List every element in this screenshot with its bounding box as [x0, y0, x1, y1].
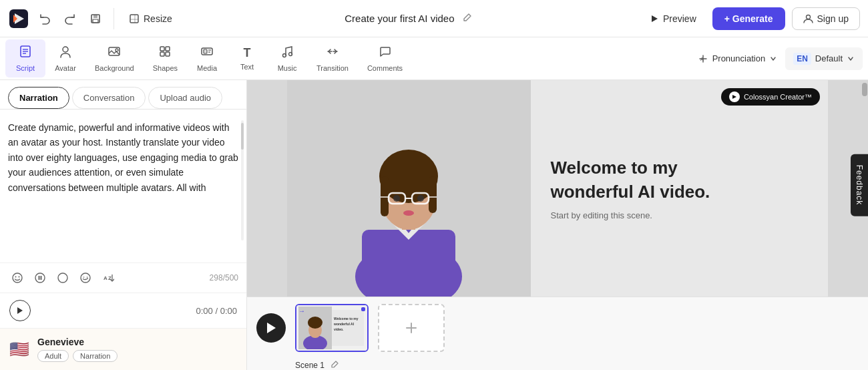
preview-button[interactable]: Preview [640, 8, 706, 29]
toolbar-item-comments[interactable]: Comments [358, 39, 412, 77]
shapes-icon [158, 45, 172, 61]
toolbar-item-shapes[interactable]: Shapes [144, 39, 187, 77]
avatar-area [287, 80, 531, 297]
heading-line2: wonderful AI video. [551, 182, 710, 202]
circle-tool-button[interactable] [53, 268, 72, 287]
add-scene-button[interactable] [378, 304, 445, 352]
pronunciation-selector[interactable]: A Pronunciation [690, 48, 786, 69]
az-sort-button[interactable]: AZ [99, 268, 118, 287]
left-panel: Narration Conversation Upload audio Crea… [0, 80, 247, 370]
tab-narration-label: Narration [19, 93, 58, 103]
text-icon: T [244, 46, 251, 60]
scene-thumb-1[interactable]: Welcome to my wonderful AI video. → [295, 304, 369, 352]
edit-title-button[interactable] [460, 10, 475, 27]
watermark-logo [729, 91, 740, 102]
generate-label: + Generate [724, 13, 773, 24]
scene-active-dot [361, 307, 365, 311]
svg-marker-7 [652, 15, 658, 22]
watermark-text: Colossyan Creator™ [744, 93, 812, 101]
toolbar-item-transition[interactable]: Transition [307, 39, 358, 77]
signup-button[interactable]: Sign up [792, 7, 860, 30]
svg-point-29 [19, 276, 20, 278]
svg-point-33 [58, 273, 67, 283]
timeline-content: Welcome to my wonderful AI video. → [247, 297, 868, 359]
emoji-button[interactable] [8, 268, 27, 287]
scroll-thumb[interactable] [241, 123, 244, 150]
scene-thumb-svg: Welcome to my wonderful AI video. [298, 307, 365, 349]
generate-button[interactable]: + Generate [712, 7, 785, 30]
timeline-play-button[interactable] [256, 313, 286, 343]
svg-rect-48 [429, 176, 437, 213]
narration-textarea[interactable]: Create dynamic, powerful and informative… [8, 120, 238, 240]
svg-point-27 [13, 273, 22, 283]
time-display: 0:00 / 0:00 [196, 306, 237, 316]
time-separator: / [215, 306, 220, 316]
resize-label: Resize [144, 13, 172, 24]
tab-upload-audio[interactable]: Upload audio [148, 87, 222, 109]
main-content: Narration Conversation Upload audio Crea… [0, 80, 868, 370]
media-icon [200, 45, 214, 61]
svg-point-34 [81, 273, 90, 283]
svg-rect-31 [39, 276, 40, 280]
toolbar-item-avatar[interactable]: Avatar [45, 39, 85, 77]
svg-rect-19 [166, 52, 170, 56]
app-logo [8, 8, 29, 29]
overlay-subtext: Start by editing this scene. [551, 210, 710, 220]
toolbar-label-transition: Transition [316, 64, 349, 72]
scrollbar-thumb[interactable] [862, 83, 867, 96]
svg-text:A: A [103, 275, 107, 281]
svg-rect-4 [93, 15, 97, 18]
lang-code: EN [793, 53, 811, 65]
svg-rect-21 [204, 49, 207, 53]
resize-button[interactable]: Resize [122, 9, 179, 28]
svg-point-35 [83, 276, 85, 278]
svg-rect-6 [130, 15, 138, 23]
svg-point-54 [393, 195, 400, 202]
save-button[interactable] [85, 9, 105, 29]
tab-conversation[interactable]: Conversation [72, 87, 146, 109]
toolbar-label-script: Script [16, 64, 35, 72]
svg-text:A: A [700, 57, 704, 61]
music-icon [280, 45, 294, 61]
script-icon [19, 45, 32, 61]
text-overlay-area: Welcome to my wonderful AI video. Start … [531, 80, 829, 297]
svg-point-8 [806, 15, 810, 19]
top-right: Preview + Generate Sign up [640, 7, 860, 30]
svg-point-62 [308, 317, 322, 329]
preview-left-margin [247, 80, 287, 297]
toolbar-item-media[interactable]: Media [187, 39, 227, 77]
video-canvas: Welcome to my wonderful AI video. Start … [287, 80, 828, 297]
undo-button[interactable] [35, 9, 55, 29]
svg-point-36 [87, 276, 88, 278]
center-area: Welcome to my wonderful AI video. Start … [247, 80, 868, 370]
toolbar-item-script[interactable]: Script [5, 39, 45, 77]
svg-rect-16 [160, 47, 164, 51]
scene-edit-button[interactable] [330, 359, 341, 370]
toolbar-item-background[interactable]: Background [85, 39, 144, 77]
svg-text:wonderful AI: wonderful AI [333, 322, 355, 326]
timeline-bottom: Scene 1 Estimated video length: 00:22 [247, 359, 868, 370]
toolbar-label-text: Text [240, 63, 254, 71]
redo-button[interactable] [60, 9, 80, 29]
pause-text-button[interactable] [31, 268, 49, 287]
feedback-button[interactable]: Feedback [851, 154, 868, 216]
play-row: 0:00 / 0:00 [0, 293, 246, 328]
smiley-button[interactable] [76, 268, 95, 287]
svg-text:Welcome to my: Welcome to my [334, 317, 359, 321]
svg-marker-40 [17, 307, 23, 314]
pronunciation-label: Pronunciation [712, 53, 766, 63]
toolbar-item-text[interactable]: T Text [227, 41, 267, 76]
language-selector[interactable]: EN Default [785, 47, 863, 70]
avatar-icon [59, 45, 72, 61]
toolbar-item-music[interactable]: Music [267, 39, 307, 77]
video-preview: Welcome to my wonderful AI video. Start … [247, 80, 868, 297]
play-preview-button[interactable] [9, 300, 31, 321]
narration-text-area-wrap: Create dynamic, powerful and informative… [0, 110, 246, 262]
tab-narration[interactable]: Narration [8, 87, 69, 109]
tab-row: Narration Conversation Upload audio [0, 80, 246, 110]
time-total: 0:00 [220, 306, 237, 316]
tab-conversation-label: Conversation [83, 93, 135, 103]
time-current: 0:00 [196, 306, 213, 316]
lang-label: Default [815, 53, 843, 63]
svg-point-55 [417, 195, 424, 202]
